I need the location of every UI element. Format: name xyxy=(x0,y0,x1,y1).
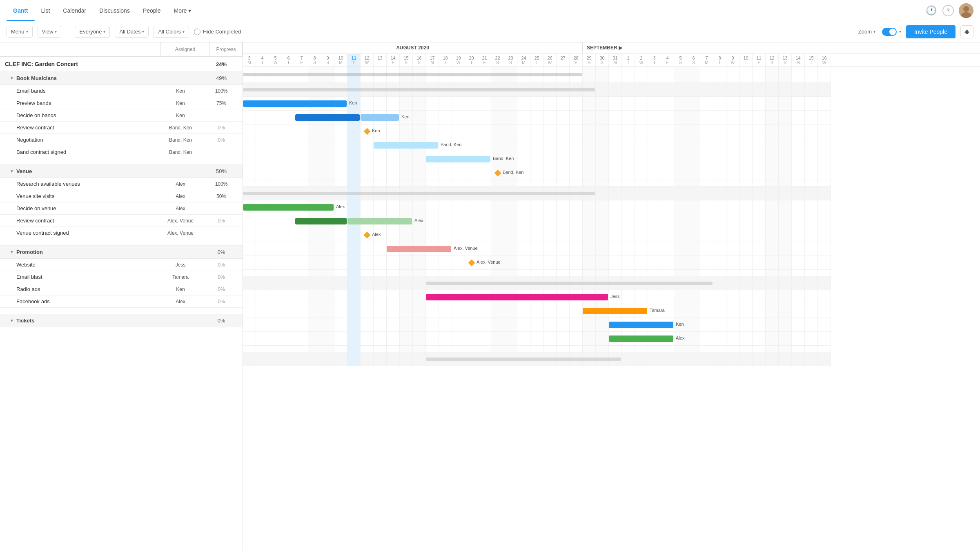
september-label: SEPTEMBER ▶ xyxy=(583,42,980,53)
zoom-button[interactable]: Zoom ▾ xyxy=(854,26,880,37)
section-tickets[interactable]: ▼ Tickets 0% xyxy=(0,314,243,327)
all-colors-arrow: ▾ xyxy=(183,29,185,34)
task-research-venues[interactable]: Research available venues Alex 100% xyxy=(0,178,243,190)
all-colors-button[interactable]: All Colors ▾ xyxy=(154,26,189,38)
project-name: CLEF INC: Garden Concert xyxy=(5,61,156,67)
left-header: Assigned Progress xyxy=(0,42,243,57)
all-dates-button[interactable]: All Dates ▾ xyxy=(115,26,149,38)
help-icon[interactable]: ? xyxy=(942,5,954,16)
section-venue[interactable]: ▼ Venue 50% xyxy=(0,165,243,178)
main-area: Assigned Progress CLEF INC: Garden Conce… xyxy=(0,42,980,551)
header-task xyxy=(0,42,161,56)
zoom-arrow: ▾ xyxy=(873,29,875,34)
month-header: AUGUST 2020 SEPTEMBER ▶ xyxy=(243,42,980,53)
svg-marker-3 xyxy=(964,29,969,34)
task-band-contract-signed[interactable]: Band contract signed Band, Ken xyxy=(0,146,243,158)
everyone-arrow: ▾ xyxy=(103,29,105,34)
task-venue-site-visits[interactable]: Venue site visits Alex 50% xyxy=(0,190,243,202)
spacer-2 xyxy=(0,239,243,246)
tab-gantt[interactable]: Gantt xyxy=(7,0,35,21)
hide-completed-checkbox[interactable] xyxy=(194,29,200,35)
menu-arrow: ▾ xyxy=(26,29,28,34)
toggle-knob xyxy=(889,29,896,35)
gantt-panel[interactable]: AUGUST 2020 SEPTEMBER ▶ 3M4T5W6T7F8S9S10… xyxy=(243,42,980,551)
task-email-bands[interactable]: Email bands Ken 100% xyxy=(0,85,243,97)
gantt-body: KenKenKenBand, KenBand, KenBand, KenAlex… xyxy=(243,67,980,366)
zoom-toggle[interactable] xyxy=(882,28,897,36)
task-preview-bands[interactable]: Preview bands Ken 75% xyxy=(0,97,243,109)
timer-icon[interactable]: 🕐 xyxy=(924,4,938,17)
separator-1 xyxy=(68,27,68,37)
spacer-1 xyxy=(0,158,243,165)
day-header: 3M4T5W6T7F8S9S10M11T12W13T14F15S16S17M18… xyxy=(243,54,980,67)
header-progress: Progress xyxy=(210,42,243,56)
task-negotiation[interactable]: Negotiation Band, Ken 0% xyxy=(0,134,243,146)
zoom-area: Zoom ▾ ▾ xyxy=(854,26,901,37)
left-panel: Assigned Progress CLEF INC: Garden Conce… xyxy=(0,42,243,551)
everyone-label: Everyone xyxy=(79,29,102,35)
header-assigned: Assigned xyxy=(161,42,210,56)
nav-right-area: 🕐 ? xyxy=(924,3,973,18)
tab-people[interactable]: People xyxy=(136,0,167,21)
tab-calendar[interactable]: Calendar xyxy=(56,0,93,21)
top-navigation: Gantt List Calendar Discussions People M… xyxy=(0,0,980,21)
all-dates-label: All Dates xyxy=(119,29,140,35)
tab-discussions[interactable]: Discussions xyxy=(93,0,136,21)
project-progress: 24% xyxy=(205,61,238,67)
everyone-button[interactable]: Everyone ▾ xyxy=(75,26,110,38)
menu-label: Menu xyxy=(11,29,24,35)
menu-button[interactable]: Menu ▾ xyxy=(7,26,33,38)
task-decide-bands[interactable]: Decide on bands Ken xyxy=(0,109,243,122)
avatar[interactable] xyxy=(959,3,973,18)
task-decide-venue[interactable]: Decide on venue Alex xyxy=(0,202,243,215)
task-venue-contract-signed[interactable]: Venue contract signed Alex, Venue xyxy=(0,227,243,239)
zoom-label: Zoom xyxy=(858,29,872,35)
view-arrow: ▾ xyxy=(55,29,57,34)
export-button[interactable] xyxy=(960,25,973,38)
tab-list[interactable]: List xyxy=(35,0,57,21)
svg-point-1 xyxy=(963,6,969,12)
all-dates-arrow: ▾ xyxy=(142,29,144,34)
invite-people-button[interactable]: Invite People xyxy=(906,25,956,38)
task-facebook-ads[interactable]: Facebook ads Alex 0% xyxy=(0,295,243,308)
task-list: CLEF INC: Garden Concert 24% ▼ Book Musi… xyxy=(0,57,243,551)
august-label: AUGUST 2020 xyxy=(243,42,583,53)
spacer-3 xyxy=(0,308,243,314)
all-colors-label: All Colors xyxy=(158,29,181,35)
section-book-musicians[interactable]: ▼ Book Musicians 49% xyxy=(0,72,243,85)
section-promotion[interactable]: ▼ Promotion 0% xyxy=(0,246,243,259)
task-email-blast[interactable]: Email blast Tamara 0% xyxy=(0,271,243,283)
task-radio-ads[interactable]: Radio ads Ken 0% xyxy=(0,283,243,295)
task-website[interactable]: Website Jess 0% xyxy=(0,259,243,271)
gantt-chart: AUGUST 2020 SEPTEMBER ▶ 3M4T5W6T7F8S9S10… xyxy=(243,42,980,366)
zoom-extra-arrow: ▾ xyxy=(899,29,901,34)
tab-more[interactable]: More ▾ xyxy=(167,0,198,21)
project-row: CLEF INC: Garden Concert 24% xyxy=(0,57,243,72)
view-button[interactable]: View ▾ xyxy=(38,26,62,38)
hide-completed-area: Hide Completed xyxy=(194,29,241,35)
toolbar: Menu ▾ View ▾ Everyone ▾ All Dates ▾ All… xyxy=(0,21,980,42)
hide-completed-label: Hide Completed xyxy=(203,29,241,35)
task-review-contract-venue[interactable]: Review contract Alex, Venue 0% xyxy=(0,215,243,227)
view-label: View xyxy=(42,29,53,35)
task-review-contract-music[interactable]: Review contract Band, Ken 0% xyxy=(0,122,243,134)
